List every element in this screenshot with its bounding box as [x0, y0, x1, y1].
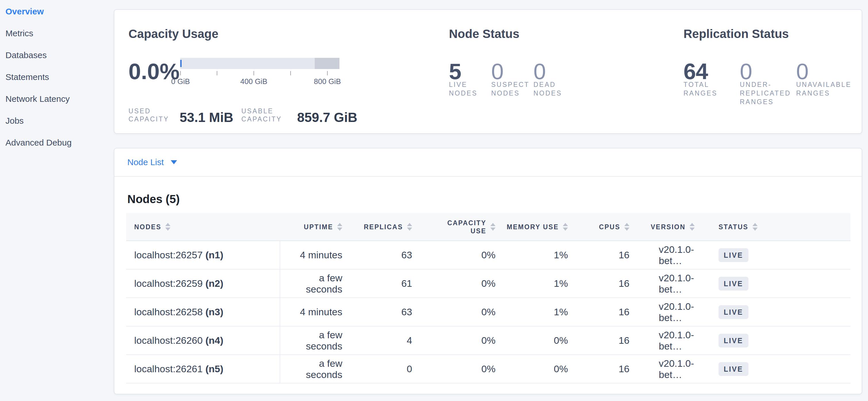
sidebar-item-databases[interactable]: Databases — [0, 44, 114, 66]
capacity-axis-ticks — [180, 71, 339, 75]
nodes-table: NODES UPTIME REPLICAS CAPACITY USE MEMOR… — [126, 213, 850, 383]
sort-icon — [689, 223, 695, 231]
sidebar-item-jobs[interactable]: Jobs — [0, 110, 114, 132]
replication-values: 64 0 0 — [683, 60, 852, 82]
node-status-labels: LIVE NODES SUSPECT NODES DEAD NODES — [449, 80, 576, 118]
replicas-cell: 4 — [350, 326, 420, 355]
dead-nodes-value: 0 — [533, 60, 576, 82]
memory-use-cell: 1% — [503, 269, 576, 298]
node-address-cell[interactable]: localhost:26258 (n3) — [126, 298, 280, 326]
version-cell: v20.1.0-bet… — [637, 241, 713, 269]
version-cell: v20.1.0-bet… — [637, 355, 713, 383]
capacity-use-cell: 0% — [420, 241, 503, 269]
capacity-meter: 0 GiB 400 GiB 800 GiB — [180, 58, 339, 86]
table-row[interactable]: localhost:26261 (n5) a few seconds 0 0% … — [126, 355, 850, 383]
sidebar-item-metrics[interactable]: Metrics — [0, 23, 114, 44]
sort-icon — [752, 223, 757, 231]
status-cell: LIVE — [713, 241, 850, 269]
axis-label-400gib: 400 GiB — [240, 77, 267, 86]
node-address-cell[interactable]: localhost:26259 (n2) — [126, 269, 280, 298]
column-header-nodes[interactable]: NODES — [126, 213, 280, 241]
sidebar-item-overview[interactable]: Overview — [0, 1, 114, 23]
sidebar-nav: Overview Metrics Databases Statements Ne… — [0, 0, 114, 401]
column-header-cpus[interactable]: CPUS — [576, 213, 637, 241]
cluster-overview-page: { "sidebar": { "items": [ { "label": "Ov… — [0, 0, 868, 401]
capacity-use-cell: 0% — [420, 298, 503, 326]
nodes-table-header-row: NODES UPTIME REPLICAS CAPACITY USE MEMOR… — [126, 213, 850, 241]
memory-use-cell: 0% — [503, 355, 576, 383]
replicas-cell: 0 — [350, 355, 420, 383]
chevron-down-icon — [171, 160, 177, 164]
memory-use-cell: 0% — [503, 326, 576, 355]
cpus-cell: 16 — [576, 298, 637, 326]
live-nodes-value: 5 — [449, 60, 491, 82]
node-list-dropdown[interactable]: Node List — [127, 157, 177, 167]
unavailable-ranges-value: 0 — [796, 60, 852, 82]
uptime-cell: a few seconds — [280, 355, 350, 383]
status-cell: LIVE — [713, 355, 850, 383]
node-address-cell[interactable]: localhost:26257 (n1) — [126, 241, 280, 269]
node-list-dropdown-label: Node List — [127, 157, 164, 167]
capacity-axis-labels: 0 GiB 400 GiB 800 GiB — [180, 77, 339, 86]
replication-labels: TOTAL RANGES UNDER-REPLICATED RANGES UNA… — [683, 80, 852, 118]
uptime-cell: 4 minutes — [280, 241, 350, 269]
version-cell: v20.1.0-bet… — [637, 269, 713, 298]
table-row[interactable]: localhost:26259 (n2) a few seconds 61 0%… — [126, 269, 850, 298]
uptime-cell: 4 minutes — [280, 298, 350, 326]
node-list-panel: Node List Nodes (5) NODES UPTIME REPLICA… — [114, 148, 862, 394]
status-cell: LIVE — [713, 326, 850, 355]
capacity-usage-title: Capacity Usage — [128, 27, 218, 41]
node-address-cell[interactable]: localhost:26261 (n5) — [126, 355, 280, 383]
axis-label-800gib: 800 GiB — [314, 77, 341, 86]
replication-status-title: Replication Status — [683, 27, 789, 41]
node-status-section: Node Status 5 0 0 LIVE NODES SUSPECT NOD… — [449, 10, 679, 134]
status-badge: LIVE — [718, 248, 748, 262]
used-capacity-label: USED CAPACITY — [128, 107, 172, 123]
sidebar-item-network-latency[interactable]: Network Latency — [0, 88, 114, 110]
version-cell: v20.1.0-bet… — [637, 298, 713, 326]
node-status-values: 5 0 0 — [449, 60, 576, 82]
cluster-summary-panel: Capacity Usage 0.0% 0 GiB 400 GiB 800 Gi… — [114, 9, 862, 134]
usable-capacity-value: 859.7 GiB — [297, 112, 358, 123]
unavailable-ranges-label: UNAVAILABLE RANGES — [796, 80, 850, 97]
capacity-use-cell: 0% — [420, 326, 503, 355]
sidebar-item-advanced-debug[interactable]: Advanced Debug — [0, 132, 114, 153]
axis-label-0gib: 0 GiB — [171, 77, 190, 86]
memory-use-cell: 1% — [503, 241, 576, 269]
used-capacity-value: 53.1 MiB — [180, 112, 234, 123]
sort-icon — [490, 223, 496, 231]
table-row[interactable]: localhost:26257 (n1) 4 minutes 63 0% 1% … — [126, 241, 850, 269]
uptime-cell: a few seconds — [280, 269, 350, 298]
replication-status-section: Replication Status 64 0 0 TOTAL RANGES U… — [683, 10, 859, 134]
nodes-table-container: NODES UPTIME REPLICAS CAPACITY USE MEMOR… — [114, 206, 862, 383]
status-badge: LIVE — [718, 305, 748, 319]
column-header-status[interactable]: STATUS — [713, 213, 850, 241]
column-header-uptime[interactable]: UPTIME — [280, 213, 350, 241]
node-address-cell[interactable]: localhost:26260 (n4) — [126, 326, 280, 355]
uptime-cell: a few seconds — [280, 326, 350, 355]
capacity-meter-reserved-segment — [315, 58, 339, 69]
used-capacity-group: USED CAPACITY 53.1 MiB — [128, 107, 234, 123]
nodes-count-heading: Nodes (5) — [127, 193, 862, 206]
status-cell: LIVE — [713, 298, 850, 326]
column-header-replicas[interactable]: REPLICAS — [350, 213, 420, 241]
replicas-cell: 61 — [350, 269, 420, 298]
sort-icon — [563, 223, 568, 231]
under-replicated-ranges-label: UNDER-REPLICATED RANGES — [740, 80, 794, 106]
total-ranges-value: 64 — [683, 60, 740, 82]
column-header-version[interactable]: VERSION — [637, 213, 713, 241]
column-header-capacity-use[interactable]: CAPACITY USE — [420, 213, 503, 241]
sidebar-item-statements[interactable]: Statements — [0, 66, 114, 88]
usable-capacity-label: USABLE CAPACITY — [242, 107, 290, 123]
table-row[interactable]: localhost:26260 (n4) a few seconds 4 0% … — [126, 326, 850, 355]
memory-use-cell: 1% — [503, 298, 576, 326]
table-row[interactable]: localhost:26258 (n3) 4 minutes 63 0% 1% … — [126, 298, 850, 326]
under-replicated-ranges-value: 0 — [740, 60, 796, 82]
replicas-cell: 63 — [350, 241, 420, 269]
sort-icon — [165, 223, 170, 231]
column-header-memory-use[interactable]: MEMORY USE — [503, 213, 576, 241]
status-badge: LIVE — [718, 362, 748, 376]
dead-nodes-label: DEAD NODES — [533, 80, 572, 97]
cpus-cell: 16 — [576, 326, 637, 355]
sort-icon — [337, 223, 342, 231]
